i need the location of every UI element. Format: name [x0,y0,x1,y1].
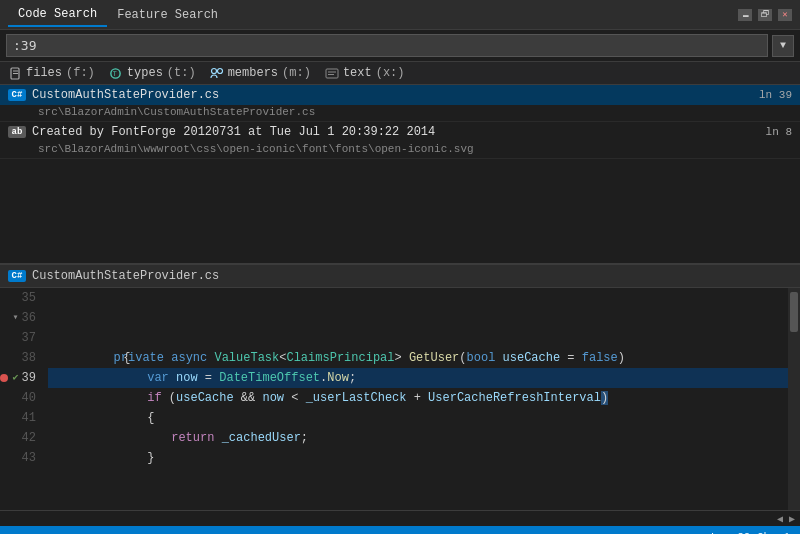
file-icon [8,66,22,80]
code-lines: private async ValueTask<ClaimsPrincipal>… [48,288,788,510]
bottom-arrows: ◀ ▶ [0,510,800,526]
linenum-40: 40 [22,388,36,408]
search-bar: ▼ [0,30,800,62]
linenum-38: 38 [22,348,36,368]
code-line-37: { [48,328,788,348]
linenum-43: 43 [22,448,36,468]
tab-feature-search[interactable]: Feature Search [107,4,228,26]
line-num-41: 41 [0,408,42,428]
svg-text:T: T [113,70,117,78]
line-num-38: 38 [0,348,42,368]
result-item-2[interactable]: ab Created by FontForge 20120731 at Tue … [0,122,800,142]
line-num-35: 35 [0,288,42,308]
result-main-2: ab Created by FontForge 20120731 at Tue … [8,125,766,139]
code-line-43 [48,448,788,468]
results-panel[interactable]: C# CustomAuthStateProvider.cs ln 39 src\… [0,85,800,265]
breakpoint-40 [0,394,8,402]
title-bar: Code Search Feature Search 🗕 🗗 ✕ [0,0,800,30]
text-icon [325,66,339,80]
svg-point-6 [217,68,222,73]
types-icon: T [109,66,123,80]
tab-code-search[interactable]: Code Search [8,3,107,27]
filter-text-key: (x:) [376,66,405,80]
checkmark-39: ✔ [11,368,19,388]
filter-bar: files (f:) T types (t:) members (m:) tex… [0,62,800,85]
code-line-41: return _cachedUser; [48,408,788,428]
code-line-35 [48,288,788,308]
arrow-right[interactable]: ▶ [786,513,798,525]
breakpoint-41 [0,414,8,422]
members-icon [210,66,224,80]
minimize-button[interactable]: 🗕 [738,9,752,21]
linenum-36: 36 [22,308,36,328]
result-main-1: C# CustomAuthStateProvider.cs [8,88,759,102]
arrow-left[interactable]: ◀ [774,513,786,525]
svg-point-5 [211,68,216,73]
breakpoint-43 [0,454,8,462]
filter-types-label: types [127,66,163,80]
code-line-36: private async ValueTask<ClaimsPrincipal>… [48,308,788,328]
status-bar: Ln: 39 Ch: 1 [0,526,800,534]
line-num-40: 40 [0,388,42,408]
breakpoint-39 [0,374,8,382]
linenum-41: 41 [22,408,36,428]
line-num-42: 42 [0,428,42,448]
close-button[interactable]: ✕ [778,9,792,21]
scrollbar[interactable] [788,288,800,510]
result-linenum-1: ln 39 [759,89,792,101]
svg-rect-7 [326,69,338,78]
line-numbers: 35 ▾ 36 37 38 ✔ 39 40 [0,288,48,510]
result-group-2: ab Created by FontForge 20120731 at Tue … [0,122,800,159]
breakpoint-35 [0,294,8,302]
line-num-39: ✔ 39 [0,368,42,388]
code-area: 35 ▾ 36 37 38 ✔ 39 40 [0,288,800,510]
result-filename-1: CustomAuthStateProvider.cs [32,88,219,102]
linenum-42: 42 [22,428,36,448]
code-lang-badge: C# [8,270,26,282]
filter-members[interactable]: members (m:) [210,66,311,80]
chevron-36: ▾ [11,308,19,328]
linenum-35: 35 [22,288,36,308]
breakpoint-38 [0,354,8,362]
result-item-1[interactable]: C# CustomAuthStateProvider.cs ln 39 [0,85,800,105]
filter-files-key: (f:) [66,66,95,80]
filter-members-label: members [228,66,278,80]
code-panel-header: C# CustomAuthStateProvider.cs [0,265,800,288]
filter-files-label: files [26,66,62,80]
filter-text-label: text [343,66,372,80]
search-input[interactable] [6,34,768,57]
window-controls: 🗕 🗗 ✕ [738,9,792,21]
filter-types-key: (t:) [167,66,196,80]
line-num-36: ▾ 36 [0,308,42,328]
line-num-43: 43 [0,448,42,468]
filter-text[interactable]: text (x:) [325,66,405,80]
result-path-2: src\BlazorAdmin\wwwroot\css\open-iconic\… [0,142,800,158]
filter-members-key: (m:) [282,66,311,80]
search-dropdown-button[interactable]: ▼ [772,35,794,57]
linenum-37: 37 [22,328,36,348]
lang-badge-cs-1: C# [8,89,26,101]
line-num-37: 37 [0,328,42,348]
filter-files[interactable]: files (f:) [8,66,95,80]
breakpoint-42 [0,434,8,442]
linenum-39: 39 [22,368,36,388]
lang-badge-text-2: ab [8,126,26,138]
result-group-1: C# CustomAuthStateProvider.cs ln 39 src\… [0,85,800,122]
filter-types[interactable]: T types (t:) [109,66,196,80]
restore-button[interactable]: 🗗 [758,9,772,21]
result-path-1: src\BlazorAdmin\CustomAuthStateProvider.… [0,105,800,121]
result-linenum-2: ln 8 [766,126,792,138]
result-filename-2: Created by FontForge 20120731 at Tue Jul… [32,125,435,139]
scrollbar-thumb[interactable] [790,292,798,332]
code-panel-filename: CustomAuthStateProvider.cs [32,269,219,283]
breakpoint-37 [0,334,8,342]
breakpoint-36 [0,314,8,322]
